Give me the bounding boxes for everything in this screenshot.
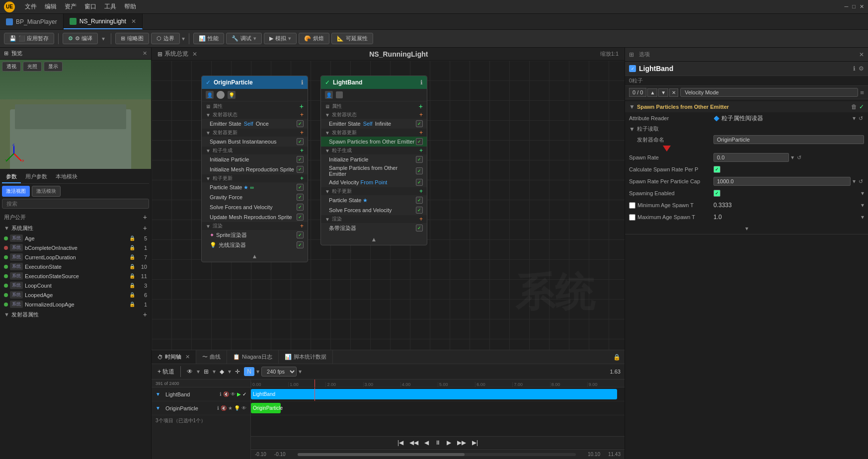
preview-close[interactable]: ✕: [143, 50, 147, 57]
lightband-init-particle-row[interactable]: Initialize Particle: [321, 154, 427, 164]
origin-sprite-renderer-row[interactable]: ✦ Sprite渲染器: [202, 230, 308, 240]
origin-gravity-check[interactable]: [297, 194, 304, 201]
tl-cursor-btn[interactable]: ✛: [233, 367, 242, 376]
tl-snap-btn[interactable]: ⊞: [202, 367, 211, 376]
save-btn[interactable]: 💾 ⬛ 应用暂存: [4, 33, 54, 44]
rp-info-icon[interactable]: ℹ: [853, 65, 856, 72]
origin-particle-spawn-add[interactable]: +: [300, 147, 304, 154]
pb-next-btn[interactable]: ▶: [445, 438, 453, 447]
tab-user-params[interactable]: 用户参数: [21, 171, 51, 183]
debug-dropdown[interactable]: ▾: [253, 35, 256, 42]
origin-particle-state-check[interactable]: [297, 184, 304, 191]
maximize-btn[interactable]: □: [852, 3, 856, 10]
origin-particle-update-add[interactable]: +: [300, 175, 304, 182]
spawn-cap-input[interactable]: [713, 177, 851, 186]
timeline-close[interactable]: ✕: [185, 354, 190, 360]
lightband-expand-btn[interactable]: ▲: [371, 236, 377, 243]
origin-init-particle-row[interactable]: Initialize Particle: [202, 154, 308, 164]
tl-key-drop[interactable]: ▾: [228, 368, 231, 375]
calc-spawn-checkbox[interactable]: ✓: [713, 166, 720, 173]
origin-solve-forces-row[interactable]: Solve Forces and Velocity: [202, 202, 308, 212]
origin-init-mesh-check[interactable]: [297, 166, 304, 173]
pb-prev-key-btn[interactable]: ◀◀: [407, 438, 420, 447]
pb-start-btn[interactable]: |◀: [395, 438, 405, 447]
lightband-solve-check[interactable]: [416, 207, 423, 214]
lightband-particle-state-row[interactable]: Particle State ★: [321, 195, 427, 205]
tab-niagara-log[interactable]: 📋 Niagara日志: [227, 350, 279, 364]
tl-key-btn[interactable]: ◆: [218, 367, 226, 376]
emitter-origin-info-btn[interactable]: ℹ: [301, 79, 304, 86]
vp-show-btn[interactable]: 显示: [44, 62, 63, 72]
emitter-origin-icon-circle[interactable]: [217, 91, 225, 99]
lightband-spawn-other-check[interactable]: [416, 138, 423, 145]
emitter-lightband-info-btn[interactable]: ℹ: [420, 79, 423, 86]
tab-script-stats[interactable]: 📊 脚本统计数据: [279, 350, 333, 364]
timeline-ruler[interactable]: 0.00 1.00 2.00 3.00 4.00 5.00 6.00 7.00 …: [251, 380, 625, 459]
rp-mode-input[interactable]: [680, 88, 858, 97]
system-close-btn[interactable]: ✕: [192, 51, 197, 58]
lightband-sample-check[interactable]: [416, 167, 423, 174]
origin-render-add[interactable]: +: [300, 223, 304, 230]
lightband-particle-spawn-add[interactable]: +: [419, 147, 423, 154]
tl-bookmark-btn[interactable]: N: [244, 367, 254, 376]
track-origin-star[interactable]: ★: [228, 405, 233, 411]
menu-window[interactable]: 窗口: [84, 2, 96, 11]
lightband-init-particle-check[interactable]: [416, 156, 423, 163]
add-emitter-prop-btn[interactable]: +: [143, 310, 147, 318]
pb-next-key-btn[interactable]: ▶▶: [455, 438, 468, 447]
origin-props-add[interactable]: +: [300, 102, 304, 110]
emitter-lightband-icon-square[interactable]: [336, 91, 343, 98]
lightband-sample-other-row[interactable]: Sample Particles from Other Emitter: [321, 164, 427, 177]
origin-sprite-check[interactable]: [297, 231, 304, 238]
tl-bookmark-drop[interactable]: ▾: [256, 368, 259, 375]
origin-gravity-row[interactable]: Gravity Force: [202, 192, 308, 202]
simulate-dropdown[interactable]: ▾: [288, 35, 291, 42]
compile-btn[interactable]: ⚙ ⚙ 编译: [63, 33, 98, 44]
attr-reader-reset-btn[interactable]: ↺: [858, 114, 864, 123]
emitter-origin-icon-light[interactable]: 💡: [228, 91, 236, 99]
minimize-btn[interactable]: ─: [845, 3, 849, 10]
track-lightband-solo[interactable]: ✓: [242, 391, 246, 397]
vp-lighting-btn[interactable]: 光照: [23, 62, 42, 72]
emitter-name-input[interactable]: [713, 135, 864, 144]
overview-btn[interactable]: ⊞ 缩略图: [115, 33, 149, 44]
system-props-header[interactable]: ▼ 系统属性 +: [2, 223, 149, 233]
emitter-lightband-icon-person[interactable]: 👤: [325, 91, 333, 99]
track-origin-info[interactable]: ℹ: [217, 405, 219, 411]
lightband-pstate-check[interactable]: [416, 197, 423, 204]
origin-init-mesh-row[interactable]: Initialize Mesh Reproduction Sprite: [202, 164, 308, 174]
tl-add-track-btn[interactable]: + 轨道: [156, 367, 176, 377]
tl-eye-drop[interactable]: ▾: [197, 368, 200, 375]
counter-clear-btn[interactable]: ✕: [669, 88, 678, 97]
origin-update-mesh-check[interactable]: [297, 214, 304, 221]
close-btn[interactable]: ✕: [860, 3, 864, 10]
rp-close-btn[interactable]: ✕: [859, 51, 864, 58]
tab-timeline[interactable]: ⏱ 时间轴 ✕: [152, 350, 196, 364]
simulate-btn[interactable]: ▶ 模拟 ▾: [264, 33, 297, 44]
tl-eye-btn[interactable]: 👁: [185, 367, 195, 376]
scrollbar-thumb[interactable]: [298, 453, 465, 456]
lightband-render-add[interactable]: +: [419, 216, 423, 223]
particle-fetch-header[interactable]: ▼ 粒子读取: [625, 124, 868, 134]
origin-light-check[interactable]: [297, 241, 304, 248]
lightband-spawn-from-other-row[interactable]: Spawn Particles from Other Emitter: [321, 137, 427, 147]
origin-emitter-state-add[interactable]: +: [300, 111, 304, 118]
rp-filter-btn[interactable]: ≡: [860, 89, 864, 96]
max-age-checkbox[interactable]: [629, 214, 635, 221]
pb-end-btn[interactable]: ▶|: [470, 438, 480, 447]
origin-emitter-update-add[interactable]: +: [300, 129, 304, 136]
lightband-emitter-update-add[interactable]: +: [419, 129, 423, 136]
track-origin-eye[interactable]: 👁: [241, 405, 246, 411]
tab-bp-main[interactable]: BP_MianPlayer: [0, 14, 64, 29]
origin-spawn-burst-check[interactable]: [297, 138, 304, 145]
spawn-section-header[interactable]: ▼ Spawn Particles from Other Emitter 🗑 ✓: [625, 101, 868, 112]
spawn-rate-input[interactable]: [713, 153, 789, 162]
track-lightband-info[interactable]: ℹ: [220, 391, 222, 397]
lightband-strip-renderer-row[interactable]: 条带渲染器: [321, 223, 427, 233]
spawn-enabled-icon[interactable]: ✓: [859, 103, 864, 110]
pb-pause-btn[interactable]: ⏸: [433, 438, 443, 447]
scalability-btn[interactable]: 📐 可延展性: [331, 33, 373, 44]
origin-spawn-burst-row[interactable]: Spawn Burst Instantaneous: [202, 137, 308, 147]
lightband-velocity-check[interactable]: [416, 179, 423, 186]
menu-help[interactable]: 帮助: [124, 2, 136, 11]
